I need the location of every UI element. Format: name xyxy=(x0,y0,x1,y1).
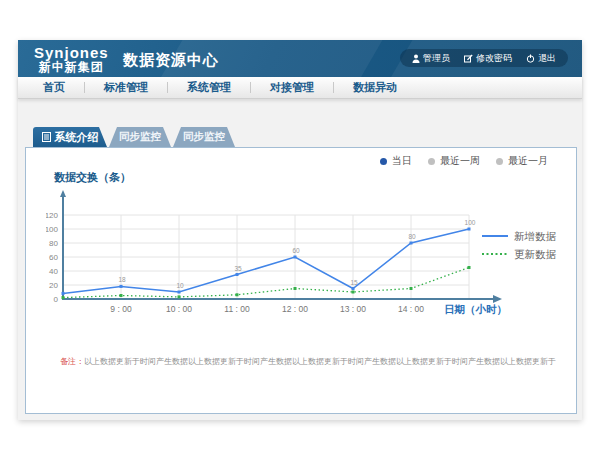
svg-text:60: 60 xyxy=(49,253,58,262)
power-icon xyxy=(526,54,535,63)
svg-text:80: 80 xyxy=(408,233,416,240)
brand-logo: Synjones 新中新集团 xyxy=(34,44,109,75)
svg-text:35: 35 xyxy=(234,265,242,272)
nav-item-change[interactable]: 数据异动 xyxy=(334,80,416,95)
nav-item-system[interactable]: 系统管理 xyxy=(168,80,250,95)
svg-text:13 : 00: 13 : 00 xyxy=(340,304,366,314)
logout-button[interactable]: 退出 xyxy=(526,52,556,65)
radio-dot xyxy=(428,158,435,165)
svg-text:11 : 00: 11 : 00 xyxy=(224,304,250,314)
svg-text:10 : 00: 10 : 00 xyxy=(166,304,192,314)
app-window: Synjones 新中新集团 数据资源中心 管理员 修改密码 退出 首页 标准管… xyxy=(18,40,582,420)
svg-text:9 : 00: 9 : 00 xyxy=(110,304,132,314)
svg-text:80: 80 xyxy=(49,239,58,248)
svg-text:10: 10 xyxy=(176,282,184,289)
nav-item-connect[interactable]: 对接管理 xyxy=(251,80,333,95)
content-area: 系统介绍 同步监控 同步监控 当日 最近一周 最近一月 数据交换（ xyxy=(18,99,582,420)
tab-sync-monitor-2[interactable]: 同步监控 xyxy=(173,127,235,147)
nav-item-home[interactable]: 首页 xyxy=(24,80,84,95)
edit-icon xyxy=(464,54,473,63)
svg-text:40: 40 xyxy=(49,267,58,276)
tab-sync-monitor-1[interactable]: 同步监控 xyxy=(109,127,171,147)
page-title: 数据资源中心 xyxy=(123,51,219,70)
svg-text:120: 120 xyxy=(46,211,59,220)
svg-text:14 : 00: 14 : 00 xyxy=(398,304,424,314)
time-range-filter: 当日 最近一周 最近一月 xyxy=(380,154,548,168)
svg-text:20: 20 xyxy=(49,281,58,290)
chart-y-axis-title: 数据交换（条） xyxy=(54,170,131,185)
svg-text:100: 100 xyxy=(465,219,476,226)
svg-text:新增数据: 新增数据 xyxy=(514,230,557,242)
main-nav: 首页 标准管理 系统管理 对接管理 数据异动 xyxy=(18,77,582,99)
tab-system-intro[interactable]: 系统介绍 xyxy=(33,127,107,147)
svg-text:12 : 00: 12 : 00 xyxy=(282,304,308,314)
app-header: Synjones 新中新集团 数据资源中心 管理员 修改密码 退出 xyxy=(18,40,582,77)
document-icon xyxy=(42,132,51,142)
brand-logo-cn: 新中新集团 xyxy=(34,61,109,75)
user-bar: 管理员 修改密码 退出 xyxy=(400,49,568,67)
nav-item-standard[interactable]: 标准管理 xyxy=(85,80,167,95)
svg-text:15: 15 xyxy=(350,279,358,286)
svg-text:100: 100 xyxy=(46,225,59,234)
chart-panel: 当日 最近一周 最近一月 数据交换（条） 0204060801001209 : … xyxy=(25,147,577,414)
svg-text:0: 0 xyxy=(54,295,59,304)
admin-menu[interactable]: 管理员 xyxy=(412,52,450,65)
radio-today[interactable]: 当日 xyxy=(380,154,412,168)
radio-dot xyxy=(496,158,503,165)
radio-dot xyxy=(380,158,387,165)
radio-last-week[interactable]: 最近一周 xyxy=(428,154,480,168)
line-chart: 0204060801001209 : 0010 : 0011 : 0012 : … xyxy=(46,186,561,326)
svg-text:60: 60 xyxy=(292,247,300,254)
brand-logo-en: Synjones xyxy=(34,44,109,61)
svg-text:18: 18 xyxy=(118,276,126,283)
tab-bar: 系统介绍 同步监控 同步监控 xyxy=(33,127,235,147)
radio-last-month[interactable]: 最近一月 xyxy=(496,154,548,168)
footnote: 备注：以上数据更新于时间产生数据以上数据更新于时间产生数据以上数据更新于时间产生… xyxy=(60,356,556,367)
svg-text:更新数据: 更新数据 xyxy=(514,248,557,260)
user-icon xyxy=(412,54,420,63)
svg-text:日期（小时）: 日期（小时） xyxy=(444,303,507,316)
change-password-button[interactable]: 修改密码 xyxy=(464,52,512,65)
